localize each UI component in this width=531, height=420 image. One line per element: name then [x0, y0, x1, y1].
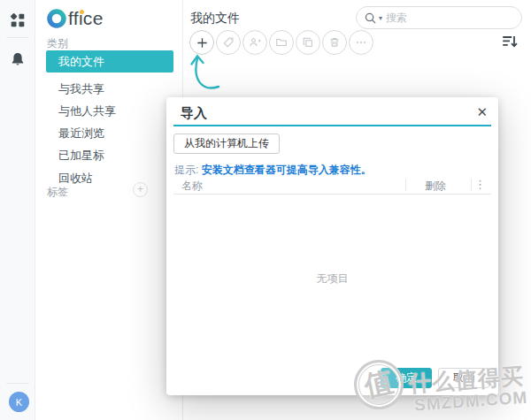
search-scope-caret-icon[interactable]: ▾: [379, 14, 382, 22]
ok-button[interactable]: 确定: [381, 368, 432, 388]
close-button[interactable]: ✕: [476, 104, 488, 120]
category-section-label: 类别: [47, 36, 68, 51]
tag-icon: [222, 36, 235, 49]
kebab-icon: ⋮: [474, 178, 486, 191]
copy-button[interactable]: [296, 30, 320, 55]
trash-icon: [328, 36, 341, 49]
page-title: 我的文件: [190, 11, 240, 27]
hint-label: 提示:: [174, 164, 198, 176]
copy-icon: [302, 36, 314, 49]
app-logo: ffice: [46, 7, 104, 30]
apps-grid-icon: [10, 12, 26, 28]
file-table-header: 名称 删除 ⋮: [173, 175, 491, 195]
sidebar-item-starred[interactable]: 已加星标: [46, 145, 173, 166]
column-header-name: 名称: [181, 179, 203, 194]
file-list-empty-area: 无项目: [173, 195, 491, 363]
bell-icon: [10, 51, 26, 67]
search-input[interactable]: [386, 11, 514, 24]
sidebar: ffice 类别 我的文件 与我共享 与他人共享 最近浏览 已加星标 回收站 标…: [36, 0, 183, 420]
column-header-delete[interactable]: 删除: [406, 179, 465, 194]
table-menu-button[interactable]: ⋮: [474, 178, 486, 191]
plus-icon: +: [137, 183, 143, 195]
upload-from-computer-button[interactable]: 从我的计算机上传: [173, 134, 280, 154]
left-rail: K: [0, 0, 35, 420]
column-divider: [471, 179, 472, 191]
add-tag-button[interactable]: +: [133, 182, 148, 197]
empty-state-text: 无项目: [317, 271, 349, 286]
sidebar-item-shared-with-me[interactable]: 与我共享: [46, 79, 173, 100]
avatar[interactable]: K: [9, 392, 29, 412]
title-underline: [173, 125, 491, 126]
share-button[interactable]: [242, 30, 267, 55]
more-actions-button[interactable]: [349, 30, 373, 55]
rail-divider: [6, 37, 29, 38]
install-viewer-link[interactable]: 安装文档查看器可提高导入兼容性。: [202, 164, 372, 176]
close-icon: ✕: [476, 104, 488, 119]
logo-i-dot: [80, 10, 84, 14]
search-box[interactable]: ▾: [356, 6, 522, 29]
sidebar-item-recent[interactable]: 最近浏览: [46, 123, 173, 144]
sort-descending-icon: [501, 33, 519, 50]
apps-menu-button[interactable]: [10, 12, 26, 28]
delete-button[interactable]: [322, 30, 347, 55]
logo-o-icon: [46, 8, 67, 29]
plus-icon: [196, 36, 209, 50]
person-add-icon: [249, 36, 261, 49]
import-dialog: 导入 ✕ 从我的计算机上传 提示: 安装文档查看器可提高导入兼容性。 名称 删除…: [166, 97, 498, 395]
tutorial-arrow: [189, 51, 224, 92]
dialog-title: 导入: [181, 105, 207, 122]
ellipsis-icon: [355, 36, 367, 49]
notifications-button[interactable]: [10, 51, 26, 67]
folder-icon: [275, 36, 288, 49]
app-window: K ffice 类别 我的文件 与我共享 与他人共享 最近浏览 已加星标 回收站: [0, 0, 531, 420]
sidebar-item-shared-with-others[interactable]: 与他人共享: [46, 101, 173, 122]
search-icon: [364, 11, 377, 25]
cancel-button[interactable]: 取消: [438, 368, 489, 388]
sidebar-item-my-files[interactable]: 我的文件: [46, 50, 173, 73]
tags-section-label: 标签: [47, 185, 68, 200]
move-to-folder-button[interactable]: [269, 30, 294, 55]
rail-divider-bottom: [6, 383, 29, 384]
sort-button[interactable]: [501, 33, 519, 50]
logo-text: ffice: [68, 8, 104, 29]
